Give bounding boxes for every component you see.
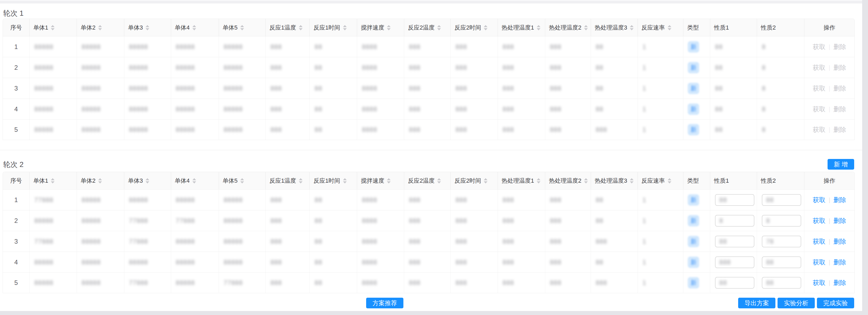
masked-value: 88888 bbox=[224, 238, 243, 245]
col-header-monomer4[interactable]: 单体4 bbox=[171, 172, 219, 189]
section-divider bbox=[0, 150, 862, 150]
col-header-monomer4[interactable]: 单体4 bbox=[171, 19, 219, 36]
col-header-heat-temp2[interactable]: 热处理温度2 bbox=[545, 172, 591, 189]
recommend-plan-button[interactable]: 方案推荐 bbox=[366, 298, 403, 308]
col-header-reaction1-temp[interactable]: 反应1温度 bbox=[266, 19, 310, 36]
masked-value: 88 bbox=[596, 217, 603, 225]
masked-value: 88888 bbox=[82, 259, 101, 266]
col-header-monomer1[interactable]: 单体1 bbox=[30, 19, 77, 36]
col-header-monomer3[interactable]: 单体3 bbox=[124, 19, 171, 36]
prop2-input[interactable]: 88 bbox=[762, 256, 801, 268]
get-action-link[interactable]: 获取 bbox=[813, 237, 826, 246]
masked-value: 88888 bbox=[176, 85, 195, 92]
prop2-input[interactable]: 88 bbox=[762, 194, 801, 206]
sort-icon[interactable] bbox=[437, 178, 441, 183]
col-header-reaction1-time[interactable]: 反应1时间 bbox=[310, 19, 357, 36]
cell-op: 获取|删除 bbox=[804, 36, 855, 57]
add-row-button[interactable]: 新 增 bbox=[828, 159, 854, 170]
sort-icon[interactable] bbox=[146, 178, 149, 183]
complete-experiment-button[interactable]: 完成实验 bbox=[817, 298, 854, 308]
sort-icon[interactable] bbox=[192, 178, 196, 183]
masked-value: 888 bbox=[270, 217, 282, 225]
masked-value: 88888 bbox=[176, 259, 195, 266]
table-row: 1778888888888888888888888888888888888888… bbox=[3, 189, 855, 210]
col-header-stir-speed[interactable]: 搅拌速度 bbox=[357, 172, 404, 189]
get-action-link[interactable]: 获取 bbox=[813, 217, 826, 225]
masked-value: 88888 bbox=[34, 279, 54, 287]
sort-icon[interactable] bbox=[51, 25, 55, 30]
col-header-heat-temp1[interactable]: 热处理温度1 bbox=[498, 19, 545, 36]
prop1-input[interactable]: 88 bbox=[715, 277, 754, 289]
col-header-monomer5[interactable]: 单体5 bbox=[219, 172, 266, 189]
sort-icon[interactable] bbox=[343, 25, 347, 30]
sort-icon[interactable] bbox=[192, 25, 196, 30]
delete-action-link[interactable]: 删除 bbox=[833, 196, 846, 204]
col-header-reaction-rate[interactable]: 反应速率 bbox=[638, 19, 684, 36]
col-header-heat-temp3[interactable]: 热处理温度3 bbox=[591, 172, 638, 189]
masked-value: 888 bbox=[503, 279, 514, 287]
col-header-heat-temp2[interactable]: 热处理温度2 bbox=[545, 19, 591, 36]
prop1-input[interactable]: 88 bbox=[715, 194, 754, 206]
sort-icon[interactable] bbox=[537, 25, 540, 30]
get-action-link[interactable]: 获取 bbox=[813, 196, 826, 204]
sort-icon[interactable] bbox=[299, 25, 303, 30]
sort-icon[interactable] bbox=[668, 178, 671, 183]
sort-icon[interactable] bbox=[240, 178, 244, 183]
caret-down-icon bbox=[484, 181, 488, 183]
sort-icon[interactable] bbox=[630, 178, 633, 183]
experiment-analysis-button[interactable]: 实验分析 bbox=[778, 298, 815, 308]
masked-value: 8 bbox=[762, 85, 766, 92]
delete-action-link[interactable]: 删除 bbox=[833, 279, 846, 287]
sort-icon[interactable] bbox=[240, 25, 244, 30]
prop1-input[interactable]: 888 bbox=[715, 256, 754, 268]
sort-icon[interactable] bbox=[537, 178, 540, 183]
col-header-reaction1-time[interactable]: 反应1时间 bbox=[310, 172, 357, 189]
sort-icon[interactable] bbox=[437, 25, 441, 30]
masked-value: 888 bbox=[409, 85, 421, 92]
col-header-monomer5[interactable]: 单体5 bbox=[219, 19, 266, 36]
col-header-reaction2-temp[interactable]: 反应2温度 bbox=[404, 19, 451, 36]
sort-icon[interactable] bbox=[98, 25, 102, 30]
col-header-heat-temp1[interactable]: 热处理温度1 bbox=[498, 172, 545, 189]
get-action-link[interactable]: 获取 bbox=[813, 279, 826, 287]
sort-icon[interactable] bbox=[584, 178, 588, 183]
col-header-reaction2-temp[interactable]: 反应2温度 bbox=[404, 172, 451, 189]
col-header-reaction2-time[interactable]: 反应2时间 bbox=[451, 19, 498, 36]
cell-prop2: 78 bbox=[757, 231, 804, 252]
sort-icon[interactable] bbox=[584, 25, 588, 30]
sort-icon[interactable] bbox=[146, 25, 149, 30]
sort-icon[interactable] bbox=[299, 178, 303, 183]
prop2-input[interactable]: 8 bbox=[762, 215, 801, 227]
cell-heat-temp3: 88 bbox=[591, 57, 638, 78]
delete-action-link[interactable]: 删除 bbox=[833, 258, 846, 266]
delete-action-link[interactable]: 删除 bbox=[833, 217, 846, 225]
sort-icon[interactable] bbox=[484, 25, 488, 30]
col-header-monomer1[interactable]: 单体1 bbox=[30, 172, 77, 189]
delete-action-link[interactable]: 删除 bbox=[833, 237, 846, 246]
cell-reaction1-temp: 888 bbox=[266, 99, 310, 119]
prop1-input[interactable]: 88 bbox=[715, 236, 754, 247]
sort-icon[interactable] bbox=[630, 25, 633, 30]
sort-icon[interactable] bbox=[484, 178, 488, 183]
prop2-input[interactable]: 88 bbox=[762, 277, 801, 289]
col-header-monomer2[interactable]: 单体2 bbox=[77, 172, 124, 189]
sort-icon[interactable] bbox=[387, 178, 391, 183]
prop1-input[interactable]: 8 bbox=[715, 215, 754, 227]
masked-value: 88 bbox=[715, 85, 723, 92]
col-header-reaction-rate[interactable]: 反应速率 bbox=[638, 172, 684, 189]
sort-icon[interactable] bbox=[51, 178, 55, 183]
sort-icon[interactable] bbox=[668, 25, 671, 30]
col-header-reaction1-temp[interactable]: 反应1温度 bbox=[266, 172, 310, 189]
get-action-link[interactable]: 获取 bbox=[813, 258, 826, 266]
col-header-monomer3[interactable]: 单体3 bbox=[124, 172, 171, 189]
masked-value: 88888 bbox=[34, 64, 54, 71]
col-header-monomer2[interactable]: 单体2 bbox=[77, 19, 124, 36]
col-header-heat-temp3[interactable]: 热处理温度3 bbox=[591, 19, 638, 36]
sort-icon[interactable] bbox=[98, 178, 102, 183]
prop2-input[interactable]: 78 bbox=[762, 236, 801, 247]
export-plan-button[interactable]: 导出方案 bbox=[738, 298, 775, 308]
sort-icon[interactable] bbox=[387, 25, 391, 30]
col-header-stir-speed[interactable]: 搅拌速度 bbox=[357, 19, 404, 36]
sort-icon[interactable] bbox=[343, 178, 347, 183]
col-header-reaction2-time[interactable]: 反应2时间 bbox=[451, 172, 498, 189]
